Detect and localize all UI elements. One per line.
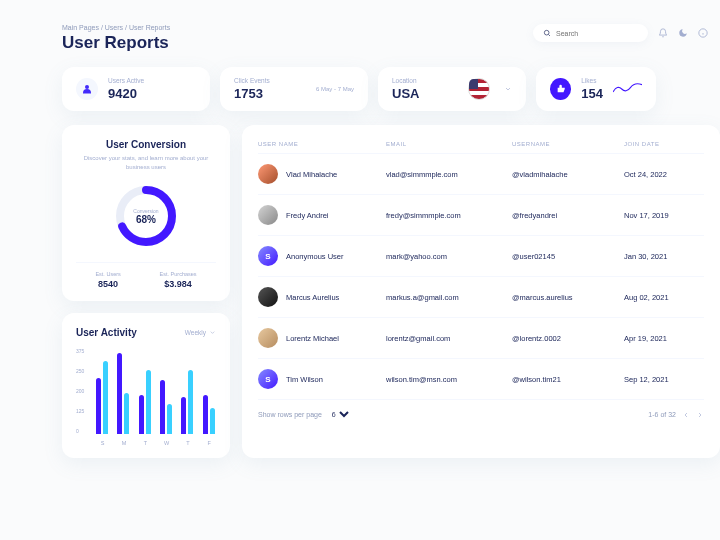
est-users-value: 8540 <box>95 279 120 289</box>
bar-series-a <box>139 395 144 434</box>
cell-date: Sep 12, 2021 <box>624 375 704 384</box>
moon-icon[interactable] <box>678 28 688 38</box>
conversion-card: User Conversion Discover your stats, and… <box>62 125 230 301</box>
cell-email: lorentz@gmail.com <box>386 334 512 343</box>
stat-label: Likes <box>581 77 603 84</box>
cell-username: @lorentz.0002 <box>512 334 624 343</box>
bar-series-b <box>210 408 215 434</box>
bar-series-a <box>203 395 208 434</box>
sparkline-icon <box>613 81 642 97</box>
bar-group: F <box>203 395 216 434</box>
bar-group: M <box>117 353 130 434</box>
stat-location[interactable]: LocationUSA <box>378 67 526 111</box>
chevron-left-icon[interactable] <box>682 411 690 419</box>
thumbs-up-icon <box>550 78 571 100</box>
search-input[interactable] <box>556 30 636 37</box>
bar-label: W <box>164 440 169 446</box>
bar-group: T <box>181 370 194 435</box>
rows-per-page[interactable]: Show rows per page6 <box>258 410 352 419</box>
cell-date: Aug 02, 2021 <box>624 293 704 302</box>
bar-label: S <box>101 440 105 446</box>
cell-email: markus.a@gmail.com <box>386 293 512 302</box>
bar-series-b <box>167 404 172 434</box>
bar-series-b <box>124 393 129 434</box>
cell-email: wilson.tim@msn.com <box>386 375 512 384</box>
activity-chart: 3752502001250 SMTWTF <box>76 348 216 448</box>
bar-group: W <box>160 380 173 434</box>
stat-label: Users Active <box>108 77 144 84</box>
bar-group: T <box>139 370 152 435</box>
page-title: User Reports <box>62 33 170 53</box>
cell-username: @wilson.tim21 <box>512 375 624 384</box>
th-name[interactable]: USER NAME <box>258 141 386 147</box>
search-box[interactable] <box>533 24 648 42</box>
avatar: S <box>258 246 278 266</box>
cell-date: Apr 19, 2021 <box>624 334 704 343</box>
avatar <box>258 328 278 348</box>
info-icon[interactable] <box>698 28 708 38</box>
table-row[interactable]: Marcus Aurelius markus.a@gmail.com @marc… <box>258 276 704 317</box>
cell-username: @user02145 <box>512 252 624 261</box>
th-date[interactable]: JOIN DATE <box>624 141 704 147</box>
flag-us-icon <box>468 78 490 100</box>
cell-name: Vlad Mihalache <box>286 170 337 179</box>
bar-group: S <box>96 361 109 434</box>
breadcrumb[interactable]: Main Pages / Users / User Reports <box>62 24 170 31</box>
conversion-subtitle: Discover your stats, and learn more abou… <box>76 154 216 172</box>
th-email[interactable]: EMAIL <box>386 141 512 147</box>
avatar: S <box>258 369 278 389</box>
bar-series-a <box>160 380 165 434</box>
cell-name: Lorentz Michael <box>286 334 339 343</box>
avatar <box>258 164 278 184</box>
svg-point-0 <box>544 30 549 35</box>
rows-per-page-select[interactable]: 6 <box>328 410 352 419</box>
est-users-label: Est. Users <box>95 271 120 277</box>
table-row[interactable]: Lorentz Michael lorentz@gmail.com @loren… <box>258 317 704 358</box>
table-header: USER NAME EMAIL USERNAME JOIN DATE <box>258 135 704 153</box>
table-row[interactable]: SAnonymous User mark@yahoo.com @user0214… <box>258 235 704 276</box>
chevron-down-icon <box>504 85 512 93</box>
bar-series-a <box>117 353 122 434</box>
donut-value: 68% <box>136 214 156 225</box>
person-icon <box>76 78 98 100</box>
svg-point-2 <box>85 85 89 89</box>
activity-card: User Activity Weekly 3752502001250 SMTWT… <box>62 313 230 458</box>
users-table: USER NAME EMAIL USERNAME JOIN DATE Vlad … <box>242 125 720 458</box>
cell-date: Nov 17, 2019 <box>624 211 704 220</box>
bar-label: M <box>122 440 127 446</box>
stat-range: 6 May - 7 May <box>316 86 354 92</box>
cell-date: Jan 30, 2021 <box>624 252 704 261</box>
chevron-down-icon <box>209 329 216 336</box>
table-row[interactable]: Fredy Andrei fredy@simmmple.com @fredyan… <box>258 194 704 235</box>
stat-label: Click Events <box>234 77 270 84</box>
cell-username: @marcus.aurelius <box>512 293 624 302</box>
cell-name: Anonymous User <box>286 252 344 261</box>
est-purchases-label: Est. Purchases <box>160 271 197 277</box>
cell-email: fredy@simmmple.com <box>386 211 512 220</box>
stat-users-active: Users Active9420 <box>62 67 210 111</box>
cell-name: Fredy Andrei <box>286 211 329 220</box>
cell-email: mark@yahoo.com <box>386 252 512 261</box>
bar-series-a <box>96 378 101 434</box>
stat-likes: Likes154 <box>536 67 656 111</box>
activity-title: User Activity <box>76 327 137 338</box>
avatar <box>258 287 278 307</box>
activity-period-select[interactable]: Weekly <box>185 329 216 336</box>
page-info: 1-6 of 32 <box>648 411 676 418</box>
bar-series-b <box>188 370 193 435</box>
cell-date: Oct 24, 2022 <box>624 170 704 179</box>
table-row[interactable]: STim Wilson wilson.tim@msn.com @wilson.t… <box>258 358 704 399</box>
stat-value: USA <box>392 86 419 101</box>
cell-username: @fredyandrei <box>512 211 624 220</box>
cell-name: Marcus Aurelius <box>286 293 339 302</box>
bar-label: T <box>186 440 189 446</box>
bell-icon[interactable] <box>658 28 668 38</box>
stat-label: Location <box>392 77 419 84</box>
cell-username: @vladmihalache <box>512 170 624 179</box>
stat-value: 1753 <box>234 86 270 101</box>
search-icon <box>543 29 551 37</box>
table-row[interactable]: Vlad Mihalache vlad@simmmple.com @vladmi… <box>258 153 704 194</box>
conversion-title: User Conversion <box>76 139 216 150</box>
chevron-right-icon[interactable] <box>696 411 704 419</box>
th-username[interactable]: USERNAME <box>512 141 624 147</box>
